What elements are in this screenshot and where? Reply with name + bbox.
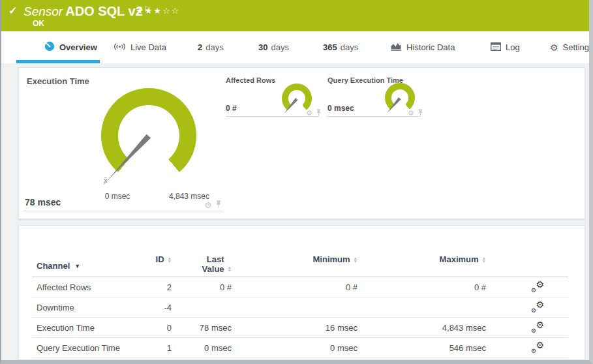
gauge-settings-gear-icon[interactable]: ⚙ <box>306 110 312 117</box>
gear-icon: ⚙ <box>550 43 558 52</box>
page-title: SensorADO SQL v2⚐ <box>23 4 151 19</box>
area-chart-icon <box>390 42 402 53</box>
sensor-name: ADO SQL v2 <box>65 4 143 18</box>
tab-bar: Overview Live Data 2 days 30 days 365 da… <box>1 31 589 63</box>
page-content: Execution Time x̄ 0 msec 4,843 msec 78 m… <box>1 63 589 360</box>
col-label: Minimum <box>313 254 350 264</box>
mini-gauge-title: Affected Rows <box>226 76 275 84</box>
channel-id: -4 <box>151 303 185 312</box>
object-kind-label: Sensor <box>23 5 63 18</box>
sort-toggle-icon: ▲▼ <box>228 265 232 272</box>
stars-empty[interactable]: ☆☆ <box>162 6 180 16</box>
mini-gauge-title: Query Execution Time <box>327 76 403 84</box>
tab-365-days[interactable]: 365 days <box>323 31 358 63</box>
tab-unit: days <box>205 42 223 52</box>
channel-settings-icon[interactable]: ⚙⚙ <box>531 282 544 293</box>
pin-icon[interactable] <box>215 199 222 211</box>
gauge-settings-gear-icon[interactable]: ⚙ <box>204 201 212 209</box>
gauge-divider <box>23 211 223 211</box>
main-gauge-value: 78 msec <box>25 197 61 207</box>
mini-gauge-tools: ⚙ <box>306 107 322 119</box>
channel-maximum: 4,843 msec <box>371 323 499 333</box>
table-row: Affected Rows 2 0 # 0 # 0 # ⚙⚙ <box>32 277 568 297</box>
tab-label: Historic Data <box>406 42 455 52</box>
col-label: Last Value <box>194 254 224 274</box>
table-row: Query Execution Time 1 0 msec 0 msec 546… <box>32 338 568 358</box>
mini-gauge-value: 0 # <box>226 104 237 113</box>
tab-live-data[interactable]: Live Data <box>114 31 166 63</box>
tab-number: 30 <box>258 42 267 52</box>
tab-label: Live Data <box>130 42 166 52</box>
col-header-minimum[interactable]: Minimum ▲▼ <box>245 254 371 277</box>
channel-id: 1 <box>151 343 185 353</box>
channel-name: Downtime <box>32 303 151 312</box>
channel-id: 2 <box>151 282 185 292</box>
col-header-id[interactable]: ID ▲▼ <box>151 254 185 277</box>
tab-unit: days <box>271 42 288 52</box>
tab-2-days[interactable]: 2 days <box>198 31 224 63</box>
tab-label: Settings <box>563 42 593 52</box>
tab-number: 2 <box>198 42 202 52</box>
col-header-channel[interactable]: Channel ▼ <box>32 254 151 277</box>
pin-icon[interactable] <box>316 107 322 119</box>
channel-name: Execution Time <box>32 323 151 333</box>
sort-toggle-icon: ▲▼ <box>168 256 172 263</box>
gauge-divider <box>226 116 320 117</box>
log-list-icon <box>491 42 501 53</box>
live-broadcast-icon <box>114 42 126 53</box>
channel-id: 0 <box>151 323 185 333</box>
tab-number: 365 <box>323 42 337 52</box>
gauge-divider <box>326 116 421 117</box>
channel-minimum: 0 msec <box>245 343 371 353</box>
gauge-settings-gear-icon[interactable]: ⚙ <box>408 110 414 117</box>
mini-gauge-tools: ⚙ <box>408 107 423 119</box>
channel-settings-icon[interactable]: ⚙⚙ <box>531 302 544 313</box>
tab-unit: days <box>341 42 358 52</box>
pin-icon[interactable] <box>418 107 423 119</box>
main-gauge-title: Execution Time <box>27 76 89 86</box>
table-header-row: Channel ▼ ID ▲▼ Last Value ▲▼ Minimum ▲▼… <box>32 254 568 277</box>
tab-log[interactable]: Log <box>491 31 520 63</box>
status-check-icon: ✓ <box>8 5 17 17</box>
sort-desc-icon: ▼ <box>74 263 80 269</box>
table-row: Downtime -4 ⚙⚙ <box>32 297 568 318</box>
tab-settings[interactable]: ⚙ Settings <box>550 31 593 63</box>
channel-settings-icon[interactable]: ⚙⚙ <box>531 322 544 333</box>
tab-overview[interactable]: Overview <box>44 31 97 63</box>
channel-minimum: 16 msec <box>245 323 371 333</box>
channel-maximum: 0 # <box>371 282 499 292</box>
col-header-maximum[interactable]: Maximum ▲▼ <box>371 254 499 277</box>
channel-settings-icon[interactable]: ⚙⚙ <box>531 342 544 354</box>
tab-historic-data[interactable]: Historic Data <box>390 31 455 63</box>
average-marker: x̄ <box>104 176 108 184</box>
channel-minimum: 0 # <box>245 282 371 292</box>
sensor-header: ✓ SensorADO SQL v2⚐ ★★★☆☆ OK <box>1 0 589 31</box>
table-row: Execution Time 0 78 msec 16 msec 4,843 m… <box>32 318 568 338</box>
tab-30-days[interactable]: 30 days <box>258 31 289 63</box>
channels-table-panel: Channel ▼ ID ▲▼ Last Value ▲▼ Minimum ▲▼… <box>18 225 585 360</box>
sort-toggle-icon: ▲▼ <box>482 256 486 263</box>
channel-name: Query Execution Time <box>32 343 151 353</box>
channel-last-value: 0 msec <box>185 343 245 353</box>
channel-last-value: 78 msec <box>185 323 245 333</box>
prtg-sensor-window: ✓ SensorADO SQL v2⚐ ★★★☆☆ OK Overview Li… <box>0 0 593 364</box>
channel-last-value: 0 # <box>185 282 245 292</box>
main-gauge-tools: ⚙ <box>204 199 222 211</box>
col-label: Channel <box>37 261 70 271</box>
sort-toggle-icon: ▲▼ <box>354 256 357 263</box>
tab-label: Overview <box>59 42 97 52</box>
channel-name: Affected Rows <box>32 282 151 292</box>
status-badge: OK <box>33 19 44 28</box>
main-gauge-min-label: 0 msec <box>99 192 136 201</box>
tab-label: Log <box>506 42 520 52</box>
stars-filled[interactable]: ★★★ <box>136 6 162 16</box>
channel-maximum: 546 msec <box>371 343 499 353</box>
gauges-panel: Execution Time x̄ 0 msec 4,843 msec 78 m… <box>18 67 585 219</box>
col-label: ID <box>156 254 164 264</box>
mini-gauge-value: 0 msec <box>327 104 354 113</box>
col-label: Maximum <box>440 254 479 264</box>
col-header-last-value[interactable]: Last Value ▲▼ <box>185 254 245 277</box>
gauge-icon <box>44 41 55 53</box>
col-header-actions <box>499 254 568 277</box>
priority-stars[interactable]: ★★★☆☆ <box>136 6 180 16</box>
